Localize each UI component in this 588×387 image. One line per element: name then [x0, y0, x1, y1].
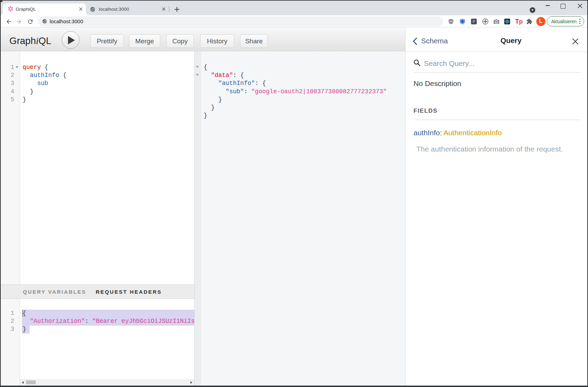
svg-text:P: P — [472, 19, 475, 24]
svg-text:UD: UD — [450, 20, 453, 23]
